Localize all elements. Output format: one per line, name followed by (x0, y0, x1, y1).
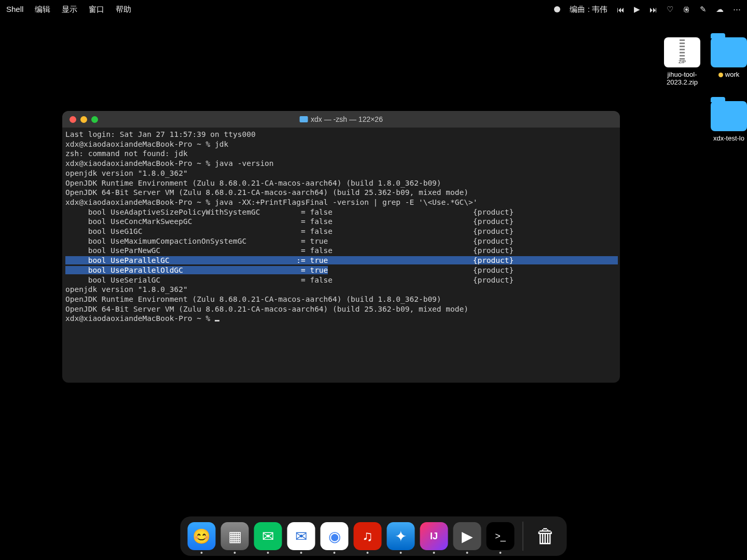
close-button[interactable] (70, 116, 76, 123)
play-icon[interactable]: ▶ (634, 5, 640, 14)
terminal-line: bool UseSerialGC = false {product} (65, 275, 617, 285)
terminal-line: zsh: command not found: jdk (65, 149, 617, 159)
terminal-line: openjdk version "1.8.0_362" (65, 285, 617, 295)
terminal-line: bool UseParNewGC = false {product} (65, 246, 617, 256)
now-playing[interactable]: 编曲 : 韦伟 (570, 5, 607, 15)
terminal-line: bool UseConcMarkSweepGC = false {product… (65, 217, 617, 227)
menu-view[interactable]: 显示 (62, 5, 77, 15)
terminal-line: bool UseMaximumCompactionOnSystemGC = tr… (65, 236, 617, 246)
menubar: Shell 编辑 显示 窗口 帮助 编曲 : 韦伟 ⏮ ▶ ⏭ ♡ ֍ ✎ ☁ … (0, 0, 747, 19)
menu-edit[interactable]: 编辑 (35, 5, 50, 15)
terminal-line: OpenJDK Runtime Environment (Zulu 8.68.0… (65, 178, 617, 188)
terminal-line: OpenJDK Runtime Environment (Zulu 8.68.0… (65, 295, 617, 304)
dock-mail[interactable]: ✉ (287, 522, 315, 550)
dock-finder[interactable]: 😊 (188, 522, 216, 550)
terminal-line: bool UseAdaptiveSizePolicyWithSystemGC =… (65, 207, 617, 217)
menu-help[interactable]: 帮助 (116, 5, 131, 15)
dock-intellij[interactable]: IJ (420, 522, 448, 550)
spiral-icon[interactable]: ֍ (683, 5, 690, 14)
desktop-folder-work[interactable]: work (706, 37, 747, 78)
desktop-item-my[interactable]: My (731, 283, 747, 290)
zip-icon: ZIP (664, 37, 700, 67)
folder-icon (711, 37, 747, 67)
heart-icon[interactable]: ♡ (667, 5, 673, 14)
terminal-line: bool UseParallelOldGC = true {product} (65, 265, 617, 275)
prev-track-icon[interactable]: ⏮ (617, 5, 625, 14)
terminal-line: bool UseParallelGC := true {product} (65, 256, 617, 265)
minimize-button[interactable] (80, 116, 87, 123)
desktop-folder-label: work (706, 71, 747, 78)
terminal-line: OpenJDK 64-Bit Server VM (Zulu 8.68.0.21… (65, 188, 617, 198)
terminal-titlebar[interactable]: xdx — -zsh — 122×26 (62, 111, 620, 128)
folder-icon (711, 101, 747, 131)
dock: 😊▦✉✉◉♫✦IJ▶>_🗑 (181, 516, 567, 556)
desktop-zip-file[interactable]: ZIP jihuo-tool-2023.2.zip (659, 37, 706, 86)
overflow-icon[interactable]: ⋯ (733, 5, 741, 14)
terminal-line: Last login: Sat Jan 27 11:57:39 on ttys0… (65, 130, 617, 139)
brush-icon[interactable]: ✎ (700, 5, 707, 14)
next-track-icon[interactable]: ⏭ (649, 5, 657, 14)
dock-launchpad[interactable]: ▦ (221, 522, 249, 550)
terminal-output[interactable]: Last login: Sat Jan 27 11:57:39 on ttys0… (62, 128, 620, 326)
wechat-status-icon[interactable]: ☁ (716, 5, 724, 14)
menu-shell[interactable]: Shell (6, 5, 23, 15)
desktop-folder-xdx[interactable]: xdx-test-lo (706, 101, 747, 142)
terminal-line: xdx@xiaodaoxiandeMacBook-Pro ~ % jdk (65, 139, 617, 149)
dock-netease[interactable]: ♫ (354, 522, 382, 550)
terminal-window[interactable]: xdx — -zsh — 122×26 Last login: Sat Jan … (62, 111, 620, 383)
desktop-folder-label: xdx-test-lo (706, 134, 747, 142)
dock-separator (523, 522, 523, 551)
menu-window[interactable]: 窗口 (89, 5, 104, 15)
dock-terminal[interactable]: >_ (487, 522, 515, 550)
dock-wechat[interactable]: ✉ (254, 522, 282, 550)
terminal-title: xdx — -zsh — 122×26 (299, 115, 383, 123)
terminal-cursor (215, 320, 219, 321)
terminal-line: xdx@xiaodaoxiandeMacBook-Pro ~ % java -X… (65, 198, 617, 207)
record-status-icon[interactable] (554, 6, 560, 12)
terminal-line: xdx@xiaodaoxiandeMacBook-Pro ~ % (65, 314, 617, 324)
folder-mini-icon (299, 116, 308, 122)
desktop-zip-label: jihuo-tool-2023.2.zip (659, 71, 706, 86)
dock-chrome[interactable]: ◉ (321, 522, 349, 550)
terminal-line: xdx@xiaodaoxiandeMacBook-Pro ~ % java -v… (65, 159, 617, 169)
dock-safari[interactable]: ✦ (387, 522, 415, 550)
terminal-line: bool UseG1GC = false {product} (65, 227, 617, 236)
desktop-item-label: My (731, 283, 747, 290)
zoom-button[interactable] (91, 116, 98, 123)
terminal-line: OpenJDK 64-Bit Server VM (Zulu 8.68.0.21… (65, 304, 617, 314)
dock-quicktime[interactable]: ▶ (453, 522, 481, 550)
dock-trash[interactable]: 🗑 (532, 522, 560, 550)
terminal-line: openjdk version "1.8.0_362" (65, 169, 617, 178)
